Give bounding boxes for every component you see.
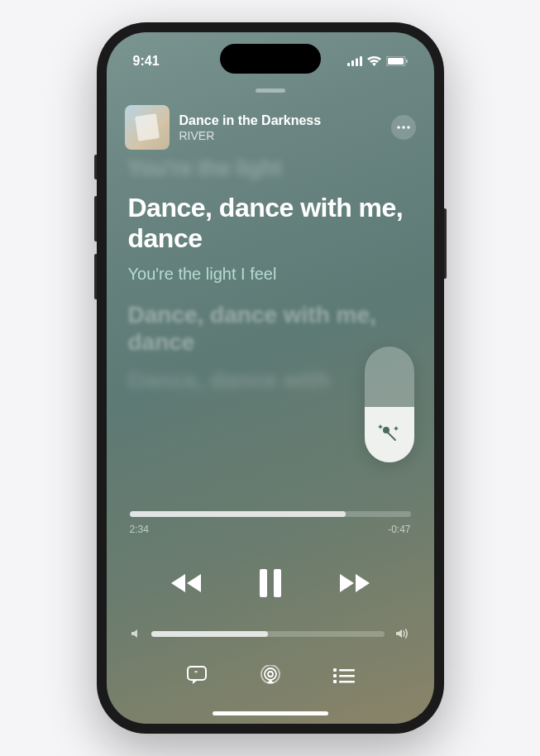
phone-frame: 9:41 Dance in the Darkness RIVER You're … xyxy=(97,22,444,734)
airplay-icon xyxy=(260,665,281,685)
lyric-upcoming-1: Dance, dance with me, dance xyxy=(128,302,413,355)
vocal-level-slider[interactable] xyxy=(365,347,414,462)
track-artist: RIVER xyxy=(179,129,381,142)
volume-section xyxy=(130,628,411,639)
lyric-next: You're the light I feel xyxy=(128,265,413,284)
svg-point-9 xyxy=(407,126,409,128)
svg-line-11 xyxy=(388,433,395,440)
now-playing-header: Dance in the Darkness RIVER xyxy=(125,105,416,150)
battery-icon xyxy=(386,56,408,66)
wifi-icon xyxy=(367,56,381,66)
svg-rect-1 xyxy=(351,60,354,66)
volume-up-button xyxy=(94,196,97,242)
dynamic-island xyxy=(220,44,321,74)
svg-rect-2 xyxy=(356,59,358,67)
bottom-action-bar: " xyxy=(107,661,434,689)
screen: 9:41 Dance in the Darkness RIVER You're … xyxy=(107,32,434,724)
svg-point-7 xyxy=(397,126,399,128)
home-indicator[interactable] xyxy=(213,711,328,715)
queue-button[interactable] xyxy=(327,661,361,689)
sheet-grabber[interactable] xyxy=(256,89,285,93)
volume-slider[interactable] xyxy=(151,631,385,637)
mute-switch xyxy=(94,155,97,179)
svg-rect-22 xyxy=(339,675,355,677)
queue-icon xyxy=(333,667,355,683)
volume-fill xyxy=(151,631,268,637)
svg-rect-13 xyxy=(274,569,281,597)
status-time: 9:41 xyxy=(133,54,160,69)
lyric-previous: You're the light xyxy=(128,156,413,181)
airplay-button[interactable] xyxy=(254,661,287,689)
album-art[interactable] xyxy=(125,105,170,150)
progress-fill xyxy=(130,511,346,517)
volume-high-icon xyxy=(394,628,411,639)
forward-icon xyxy=(337,572,372,594)
lyrics-icon: " xyxy=(186,665,208,685)
track-title: Dance in the Darkness xyxy=(179,112,381,128)
pause-button[interactable] xyxy=(252,565,289,601)
track-info[interactable]: Dance in the Darkness RIVER xyxy=(179,112,381,142)
lyrics-button[interactable]: " xyxy=(180,661,213,689)
time-remaining: -0:47 xyxy=(388,524,410,535)
previous-button[interactable] xyxy=(168,565,204,601)
time-elapsed: 2:34 xyxy=(130,524,149,535)
svg-point-17 xyxy=(265,668,276,680)
volume-low-icon xyxy=(130,628,141,639)
svg-rect-12 xyxy=(260,569,267,597)
svg-rect-0 xyxy=(347,63,350,66)
svg-rect-19 xyxy=(333,668,337,672)
svg-point-8 xyxy=(402,126,404,128)
svg-rect-20 xyxy=(339,669,355,672)
power-button xyxy=(444,208,447,279)
cellular-icon xyxy=(347,56,362,66)
more-button[interactable] xyxy=(391,115,416,140)
mic-sparkle-icon xyxy=(377,422,402,447)
svg-rect-5 xyxy=(388,58,404,65)
transport-controls xyxy=(107,565,434,601)
svg-rect-23 xyxy=(333,680,337,683)
progress-section: 2:34 -0:47 xyxy=(130,511,411,535)
next-button[interactable] xyxy=(337,565,373,601)
lyric-current: Dance, dance with me, dance xyxy=(128,193,413,254)
svg-rect-3 xyxy=(360,56,362,66)
svg-point-16 xyxy=(268,672,273,677)
svg-rect-6 xyxy=(406,60,408,63)
rewind-icon xyxy=(169,572,203,594)
status-indicators xyxy=(347,56,408,66)
progress-slider[interactable] xyxy=(130,511,411,517)
pause-icon xyxy=(258,569,283,597)
more-icon xyxy=(397,126,410,129)
svg-rect-21 xyxy=(333,674,337,677)
vocal-level-fill xyxy=(365,407,414,462)
svg-text:": " xyxy=(194,669,198,677)
svg-rect-24 xyxy=(339,681,355,683)
volume-down-button xyxy=(94,254,97,299)
